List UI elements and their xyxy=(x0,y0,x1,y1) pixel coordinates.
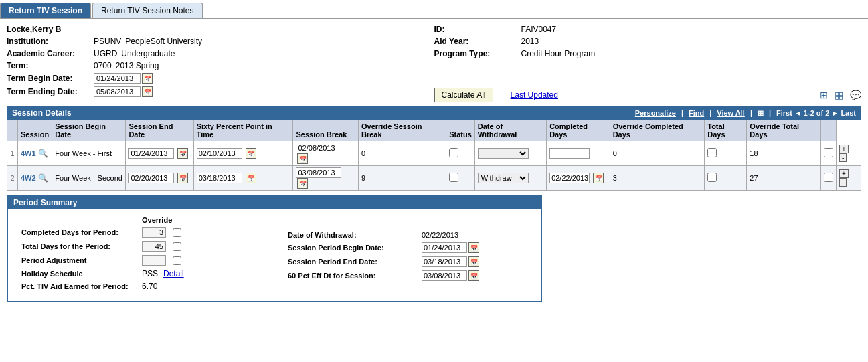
withdrawal-date-value: 02/22/2013 xyxy=(422,231,458,239)
pct-row: Pct. TIV Aid Earned for Period: 6.70 xyxy=(21,282,261,291)
row-1-session: 4W1 🔍 xyxy=(18,141,52,166)
find-link[interactable]: Find xyxy=(689,109,704,117)
calculate-all-button[interactable]: Calculate All xyxy=(434,88,493,102)
period-left-col: Override Completed Days for Period: Tota… xyxy=(21,216,261,294)
grid-icon-small[interactable]: ⊞ xyxy=(758,109,764,118)
row-2-override-total-checkbox[interactable] xyxy=(824,173,833,182)
row-1-override-break-checkbox[interactable] xyxy=(449,148,458,157)
main-content: Locke,Kerry B Institution: PSUNV PeopleS… xyxy=(0,19,868,308)
completed-days-input[interactable] xyxy=(142,227,166,238)
col-sixty-pct: Sixty Percent Point in Time xyxy=(193,120,293,141)
grid-icon-1[interactable]: ⊞ xyxy=(820,90,828,100)
term-ending-label: Term Ending Date: xyxy=(7,87,94,96)
row-1-sixty-cal[interactable]: 📅 xyxy=(297,153,308,164)
tab-return-tiv-notes[interactable]: Return TIV Session Notes xyxy=(92,3,203,18)
row-1-end-cal[interactable]: 📅 xyxy=(246,148,256,159)
row-1-search-icon[interactable]: 🔍 xyxy=(38,149,48,158)
session-begin-cal-icon[interactable]: 📅 xyxy=(468,242,479,253)
term-ending-calendar-icon[interactable]: 📅 xyxy=(142,86,153,97)
row-2-end-cal[interactable]: 📅 xyxy=(246,173,256,183)
student-name-row: Locke,Kerry B xyxy=(7,25,434,34)
row-2-status-select[interactable]: Withdraw xyxy=(478,173,529,183)
grid-icon-2[interactable]: ▦ xyxy=(835,90,843,100)
id-value: FAIV0047 xyxy=(521,25,557,34)
sixty-pct-cal-icon[interactable]: 📅 xyxy=(468,270,479,281)
period-adj-row: Period Adjustment xyxy=(21,255,261,266)
row-1-status: Withdraw xyxy=(474,141,546,166)
row-2-override-completed-checkbox[interactable] xyxy=(707,173,717,182)
row-1-sixty-input[interactable] xyxy=(296,143,341,153)
term-begin-calendar-icon[interactable]: 📅 xyxy=(142,73,153,84)
academic-career-name: Undergraduate xyxy=(121,49,175,58)
row-1-withdrawal-input[interactable] xyxy=(549,148,590,159)
row-2-remove-button[interactable]: - xyxy=(839,178,847,187)
pagination-info: First ◄ 1-2 of 2 ► Last xyxy=(776,109,856,117)
row-1-begin-input[interactable] xyxy=(128,148,174,159)
student-info: Locke,Kerry B Institution: PSUNV PeopleS… xyxy=(7,25,861,102)
row-2-search-icon[interactable]: 🔍 xyxy=(38,173,48,183)
total-days-input[interactable] xyxy=(142,241,166,252)
row-1-add-button[interactable]: + xyxy=(839,145,849,153)
period-adj-input[interactable] xyxy=(142,255,166,266)
row-2-sixty-cal[interactable]: 📅 xyxy=(297,178,308,189)
completed-days-override-checkbox[interactable] xyxy=(173,228,181,237)
row-1-completed: 0 xyxy=(610,141,705,166)
row-1-override-completed-checkbox[interactable] xyxy=(707,148,717,157)
row-2-sixty-input[interactable] xyxy=(296,167,341,178)
session-table-header: Session Session Begin Date Session End D… xyxy=(7,120,861,141)
row-2-begin-cal[interactable]: 📅 xyxy=(177,173,188,183)
withdrawal-date-row: Date of Withdrawal: 02/22/2013 xyxy=(288,231,527,239)
period-summary-section: Period Summary Override Completed Days f… xyxy=(7,195,542,302)
detail-link[interactable]: Detail xyxy=(163,269,184,278)
row-2-session: 4W2 🔍 xyxy=(18,166,52,191)
row-1-remove-button[interactable]: - xyxy=(839,153,847,162)
withdrawal-date-label: Date of Withdrawal: xyxy=(288,231,422,239)
holiday-label: Holiday Schedule xyxy=(21,270,142,278)
total-days-label: Total Days for the Period: xyxy=(21,242,142,250)
row-2-status: Withdraw xyxy=(474,166,546,191)
row-2-completed: 3 xyxy=(610,166,705,191)
sixty-pct-input[interactable] xyxy=(422,270,467,281)
col-session-break: Session Break xyxy=(293,120,359,141)
view-all-link[interactable]: View All xyxy=(717,109,745,117)
institution-label: Institution: xyxy=(7,37,94,46)
last-updated-link[interactable]: Last Updated xyxy=(511,90,558,100)
override-col-header: Override xyxy=(142,216,172,224)
row-1-begin-cal[interactable]: 📅 xyxy=(177,148,188,159)
comment-icon[interactable]: 💬 xyxy=(850,90,861,100)
term-label: Term: xyxy=(7,61,94,70)
session-end-cal-icon[interactable]: 📅 xyxy=(468,256,479,267)
row-2-override-total xyxy=(821,166,837,191)
row-2-withdrawal: 📅 xyxy=(547,166,610,191)
row-1-status-select[interactable]: Withdraw xyxy=(478,148,529,159)
session-end-label: Session Period End Date: xyxy=(288,258,422,266)
completed-days-label: Completed Days for Period: xyxy=(21,228,142,236)
col-completed-days: Completed Days xyxy=(547,120,610,141)
row-2-add-button[interactable]: + xyxy=(839,169,849,178)
period-adj-override-checkbox[interactable] xyxy=(173,256,181,265)
col-override-total: Override Total Days xyxy=(747,120,821,141)
col-override-completed: Override Completed Days xyxy=(610,120,705,141)
term-begin-row: Term Begin Date: 📅 xyxy=(7,73,434,84)
row-2-session-name: Four Week - Second xyxy=(52,166,126,191)
session-begin-input[interactable] xyxy=(422,242,467,253)
total-days-override-checkbox[interactable] xyxy=(173,242,181,251)
row-2-withdrawal-input[interactable] xyxy=(549,173,590,183)
row-2-actions: + - xyxy=(837,166,861,191)
session-end-input[interactable] xyxy=(422,256,467,267)
term-ending-input[interactable] xyxy=(94,86,141,97)
row-2-begin-input[interactable] xyxy=(128,173,174,183)
row-2-end-input[interactable] xyxy=(197,173,242,183)
personalize-link[interactable]: Personalize xyxy=(635,109,676,117)
tab-return-tiv[interactable]: Return TIV Session xyxy=(0,3,91,18)
row-2-withdrawal-cal[interactable]: 📅 xyxy=(593,173,604,183)
term-begin-input[interactable] xyxy=(94,73,141,84)
row-2-break: 9 xyxy=(359,166,446,191)
student-name: Locke,Kerry B xyxy=(7,25,61,34)
row-1-begin: 📅 xyxy=(126,141,193,166)
row-2-override-break-checkbox[interactable] xyxy=(449,173,458,182)
row-2-end: 📅 xyxy=(193,166,293,191)
row-1-end-input[interactable] xyxy=(197,148,242,159)
row-1-withdrawal xyxy=(547,141,610,166)
row-1-override-total-checkbox[interactable] xyxy=(824,148,833,157)
